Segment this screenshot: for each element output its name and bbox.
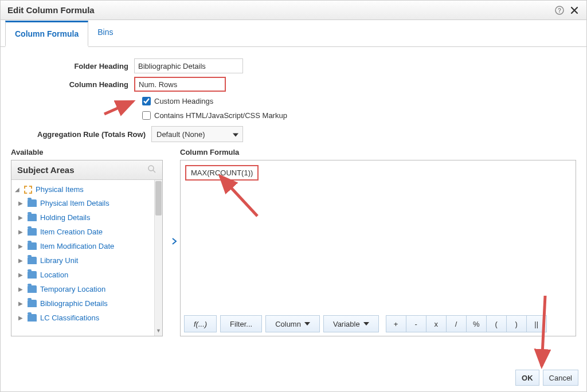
tree-item[interactable]: ▶Bibliographic Details (18, 299, 154, 308)
tree-item[interactable]: ▶LC Classifications (18, 313, 154, 322)
expander-icon: ▶ (18, 243, 24, 249)
op-close-paren-button[interactable]: ) (506, 315, 527, 332)
tree-item-label: Bibliographic Details (40, 299, 108, 308)
folder-icon (28, 228, 37, 236)
svg-point-2 (148, 166, 154, 171)
expander-icon: ▶ (18, 315, 24, 321)
ok-button[interactable]: OK (515, 370, 539, 386)
filter-button[interactable]: Filter... (220, 315, 262, 332)
subject-areas-tree: ◢ Physical Items ▶Physical Item Details … (11, 180, 162, 336)
tree-item-label: Location (40, 271, 68, 279)
aggregation-rule-value: Default (None) (156, 130, 205, 139)
op-minus-button[interactable]: - (406, 315, 426, 332)
column-dropdown[interactable]: Column (265, 315, 320, 332)
tree-item-label: Physical Item Details (40, 199, 109, 207)
aggregation-rule-select[interactable]: Default (None) (151, 126, 243, 142)
column-heading-input[interactable] (134, 77, 226, 92)
column-dropdown-label: Column (275, 320, 301, 328)
edit-column-formula-dialog: Edit Column Formula ? Column Formula Bin… (0, 0, 587, 392)
op-concat-button[interactable]: || (526, 315, 547, 332)
tab-strip: Column Formula Bins (1, 20, 586, 47)
tree-scrollbar[interactable]: ▲ ▼ (154, 180, 162, 336)
svg-line-3 (153, 170, 155, 173)
expander-icon: ▶ (18, 214, 24, 221)
tree-item[interactable]: ▶Library Unit (18, 256, 154, 265)
tree-root-label: Physical Items (36, 185, 84, 194)
contains-markup-label: Contains HTML/JavaScript/CSS Markup (154, 111, 287, 120)
op-divide-button[interactable]: / (446, 315, 467, 332)
formula-text: MAX(RCOUNT(1)) (185, 165, 259, 181)
tree-item-label: Library Unit (40, 256, 78, 265)
cube-icon (24, 186, 32, 194)
folder-icon (28, 314, 37, 322)
expander-icon: ▶ (18, 229, 24, 235)
column-formula-label: Column Formula (180, 148, 576, 156)
expander-icon: ▶ (18, 200, 24, 206)
folder-icon (28, 214, 37, 221)
folder-heading-label: Folder Heading (11, 62, 134, 70)
help-icon[interactable]: ? (554, 5, 565, 15)
folder-icon (28, 285, 37, 293)
column-formula-textarea[interactable]: MAX(RCOUNT(1)) f(...) Filter... Column V… (180, 160, 576, 336)
variable-dropdown[interactable]: Variable (323, 315, 379, 332)
folder-icon (28, 257, 37, 264)
chevron-down-icon (233, 134, 238, 137)
dialog-footer: OK Cancel (515, 370, 578, 386)
subject-areas-panel: Subject Areas ◢ (11, 160, 163, 336)
function-button[interactable]: f(...) (184, 315, 217, 332)
variable-dropdown-label: Variable (333, 320, 360, 328)
tree-item-label: Holding Details (40, 213, 90, 222)
op-plus-button[interactable]: + (386, 315, 406, 332)
custom-headings-label: Custom Headings (154, 97, 213, 105)
subject-areas-header: Subject Areas (17, 165, 75, 175)
expander-icon: ▶ (18, 272, 24, 278)
expander-icon: ▶ (18, 286, 24, 292)
column-heading-label: Column Heading (11, 80, 134, 89)
expander-icon: ◢ (15, 186, 21, 193)
tree-root[interactable]: ◢ Physical Items (15, 185, 154, 194)
contains-markup-checkbox[interactable] (142, 111, 151, 120)
available-label: Available (11, 148, 163, 156)
cancel-button[interactable]: Cancel (543, 370, 578, 386)
scroll-down-icon[interactable]: ▼ (155, 328, 162, 336)
folder-icon (28, 199, 37, 207)
op-percent-button[interactable]: % (466, 315, 487, 332)
aggregation-rule-label: Aggregation Rule (Totals Row) (11, 130, 151, 139)
tab-column-formula[interactable]: Column Formula (5, 21, 88, 47)
search-icon[interactable] (147, 164, 156, 175)
dialog-titlebar: Edit Column Formula ? (1, 1, 586, 20)
tree-item-label: LC Classifications (40, 313, 99, 322)
op-multiply-button[interactable]: x (426, 315, 447, 332)
folder-heading-input[interactable] (134, 58, 243, 73)
tree-item[interactable]: ▶Temporary Location (18, 285, 154, 293)
dialog-body: Folder Heading Column Heading Custom Hea… (1, 47, 586, 336)
tree-item[interactable]: ▶Location (18, 271, 154, 279)
tree-item[interactable]: ▶Item Modification Date (18, 242, 154, 250)
folder-icon (28, 242, 37, 250)
op-open-paren-button[interactable]: ( (486, 315, 507, 332)
tree-item[interactable]: ▶Item Creation Date (18, 228, 154, 236)
scroll-thumb[interactable] (155, 181, 162, 215)
tree-item-label: Item Modification Date (40, 242, 114, 250)
add-to-formula-button[interactable] (170, 237, 178, 248)
chevron-down-icon (363, 322, 369, 326)
custom-headings-checkbox[interactable] (142, 97, 151, 105)
tree-item-label: Temporary Location (40, 285, 105, 293)
expander-icon: ▶ (18, 300, 24, 307)
chevron-down-icon (304, 322, 310, 326)
tree-item-label: Item Creation Date (40, 228, 103, 236)
close-icon[interactable] (569, 5, 580, 15)
svg-text:?: ? (558, 7, 561, 14)
expander-icon: ▶ (18, 257, 24, 264)
folder-icon (28, 271, 37, 279)
tree-item[interactable]: ▶Holding Details (18, 213, 154, 222)
tab-bins[interactable]: Bins (88, 21, 122, 47)
tree-item[interactable]: ▶Physical Item Details (18, 199, 154, 207)
dialog-title: Edit Column Formula (7, 5, 95, 15)
folder-icon (28, 300, 37, 307)
